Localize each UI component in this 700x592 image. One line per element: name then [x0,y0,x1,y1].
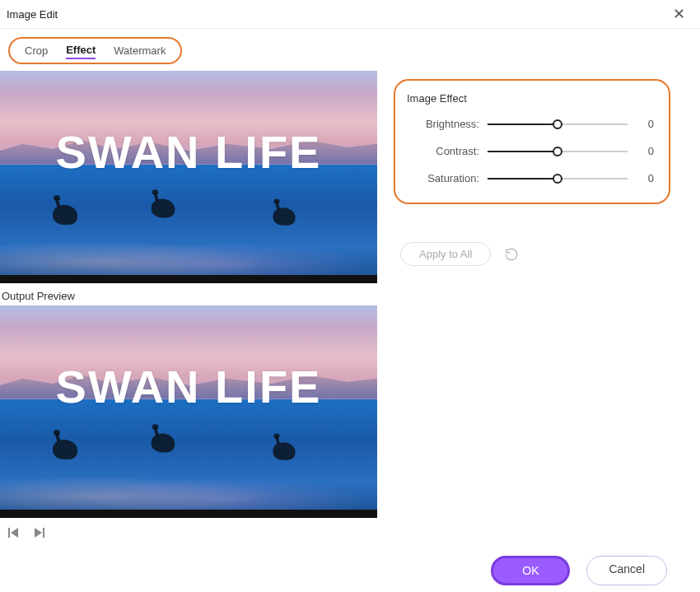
apply-row: Apply to All [394,242,692,266]
saturation-label: Saturation: [407,172,479,184]
window-title: Image Edit [7,8,58,21]
contrast-value: 0 [636,145,654,157]
ok-button[interactable]: OK [491,556,570,585]
cancel-button[interactable]: Cancel [586,556,667,585]
title-bar: Image Edit ✕ [0,0,700,29]
preview-border [0,510,377,518]
tab-watermark[interactable]: Watermark [114,43,166,58]
prev-frame-icon[interactable] [7,526,20,539]
preview-border [0,275,377,283]
tab-effect[interactable]: Effect [66,42,96,59]
svg-rect-3 [43,528,44,538]
preview-swan [152,433,175,452]
saturation-row: Saturation: 0 [407,172,654,184]
contrast-slider[interactable] [488,146,628,157]
apply-to-all-button[interactable]: Apply to All [400,242,491,266]
saturation-slider[interactable] [488,173,628,184]
output-preview-label: Output Preview [0,283,377,305]
brightness-value: 0 [636,118,654,130]
panel-title: Image Effect [407,92,654,105]
brightness-row: Brightness: 0 [407,118,654,130]
preview-water [0,399,377,518]
close-icon[interactable]: ✕ [668,5,690,23]
preview-text: SWAN LIFE [56,360,322,413]
contrast-row: Contrast: 0 [407,145,654,157]
dialog-footer: OK Cancel [491,556,667,585]
saturation-value: 0 [636,172,654,184]
preview-text: SWAN LIFE [56,125,322,179]
preview-nav [0,518,377,548]
svg-marker-1 [11,528,18,538]
brightness-label: Brightness: [407,118,479,130]
tab-crop[interactable]: Crop [25,43,48,58]
image-effect-panel: Image Effect Brightness: 0 Contrast: 0 S… [394,79,670,204]
tabs: Crop Effect Watermark [8,37,182,64]
main-content: SWAN LIFE Output Preview SWAN LIFE Image… [0,64,700,548]
preview-swan [273,207,295,226]
output-preview: SWAN LIFE [0,305,377,518]
preview-water [0,165,377,283]
preview-column: SWAN LIFE Output Preview SWAN LIFE [0,71,377,548]
tabs-container: Crop Effect Watermark [0,29,700,64]
controls-column: Image Effect Brightness: 0 Contrast: 0 S… [394,71,692,548]
reset-icon[interactable] [504,247,519,262]
svg-marker-2 [35,528,42,538]
next-frame-icon[interactable] [33,526,46,539]
original-preview: SWAN LIFE [0,71,377,283]
contrast-label: Contrast: [407,145,479,157]
preview-swan [152,198,175,217]
brightness-slider[interactable] [488,119,628,130]
svg-rect-0 [8,528,10,538]
preview-swan [273,442,295,460]
